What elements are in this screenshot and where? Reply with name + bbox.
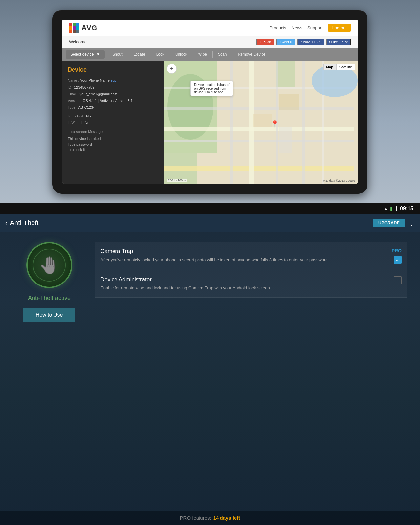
wifi-icon: ▲ [384,206,388,211]
version-label: Version : [68,99,83,103]
name-value: Your Phone Name [80,78,110,82]
svg-rect-18 [230,61,233,184]
back-button[interactable]: ‹ [5,219,8,227]
id-value: 1234567a89 [74,85,94,89]
map-nav-control[interactable]: + [167,64,177,74]
svg-rect-6 [69,30,72,33]
camera-trap-checkbox[interactable]: ✓ [394,256,402,264]
toolbar-divider-3 [151,51,151,58]
device-title: Device [68,66,159,73]
avg-header: AVG Products News Support Log out [62,20,358,36]
scan-button[interactable]: Scan [215,51,230,58]
svg-rect-2 [76,23,79,26]
name-edit-link[interactable]: edit [111,79,116,82]
android-section: ▲ ▮ ▐ 09:15 ‹ Anti-Theft UPGRADE ⋮ 🤚 Ant… [0,203,420,525]
locked-row: Is Locked : No [68,114,159,119]
avg-nav: Products News Support Log out [269,24,351,32]
toolbar-divider-7 [232,51,232,58]
name-label: Name : [68,78,80,82]
lock-msg-line3: to unlock it [68,147,159,153]
anti-theft-icon: 🤚 [26,242,72,288]
lock-msg: This device is locked Type password to u… [68,136,159,153]
version-value: OS 4.1.1 | Antivirus Version 3.1 [83,99,133,103]
anti-theft-status: Anti-Theft active [28,295,71,302]
tweet-button[interactable]: Tweet 0 [276,39,295,45]
signal-icon: ▐ [395,206,398,211]
unlock-button[interactable]: Unlock [172,51,191,58]
pro-bar-text: PRO features: [180,515,211,521]
gplus-label: +1 [259,40,263,44]
how-to-use-button[interactable]: How to Use [23,308,75,322]
locate-button[interactable]: Locate [130,51,149,58]
device-version-row: Version : OS 4.1.1 | Antivirus Version 3… [68,98,159,104]
wipe-button[interactable]: Wipe [195,51,210,58]
avg-content: Device Name : Your Phone Name edit ID : … [62,61,358,184]
svg-rect-5 [76,26,79,30]
svg-rect-25 [279,94,299,110]
map-tooltip-text: Device location is based on GPS received… [194,83,229,94]
like-label: Like [331,40,338,44]
svg-rect-1 [73,23,76,26]
share-label: Share [301,40,310,44]
wiped-row: Is Wiped : No [68,120,159,126]
nav-products[interactable]: Products [269,25,286,30]
map-panel: Map Satellite + Device location is based… [164,61,358,184]
toolbar-divider-2 [128,51,128,58]
like-icon: f [329,40,330,44]
status-time: 09:15 [400,206,413,212]
chevron-down-icon: ▼ [96,52,100,57]
lock-msg-line1: This device is locked [68,136,159,142]
svg-rect-4 [73,26,76,30]
map-controls: Map Satellite [323,64,355,70]
hand-stop-icon: 🤚 [39,255,60,275]
device-admin-controls [394,276,402,284]
share-button[interactable]: Share 17.2K [297,39,324,45]
upgrade-button[interactable]: UPGRADE [373,219,405,227]
device-admin-desc: Enable for remote wipe and lock and for … [100,285,388,291]
camera-trap-card: Camera Trap After you've remotely locked… [95,242,407,270]
camera-trap-pro-badge: PRO [392,248,402,253]
app-right-panel: Camera Trap After you've remotely locked… [95,242,407,501]
device-id-row: ID : 1234567a89 [68,85,159,90]
select-device-label: Select device [70,52,94,57]
battery-icon: ▮ [390,206,393,211]
nav-news[interactable]: News [292,25,303,30]
gplus-count: 5.3k [264,40,271,44]
id-label: ID : [68,85,74,89]
lock-button[interactable]: Lock [153,51,168,58]
like-count: +7.7k [339,40,348,44]
select-device-button[interactable]: Select device ▼ [66,50,105,59]
map-attribution: Map data ©2013 Google [323,179,355,182]
map-location-pin: 📍 [271,120,279,128]
svg-rect-14 [164,140,354,142]
app-content: 🤚 Anti-Theft active How to Use Camera Tr… [0,232,420,511]
welcome-text: Welcome [69,39,87,44]
wiped-value: No [85,121,89,125]
more-menu-icon[interactable]: ⋮ [408,219,415,227]
svg-rect-21 [302,61,305,184]
type-label: Type : [68,105,78,109]
toolbar-divider-6 [212,51,213,58]
lock-msg-label-row: Lock screen Message : [68,129,159,135]
svg-rect-26 [279,127,292,153]
share-count: 17.2K [311,40,321,44]
locked-label: Is Locked : [68,114,86,118]
map-view-button[interactable]: Map [323,64,336,70]
gplus-button[interactable]: +1 5.3k [256,39,274,45]
like-button[interactable]: f Like +7.7k [326,39,351,45]
svg-rect-8 [76,30,79,33]
camera-trap-text: Camera Trap After you've remotely locked… [100,248,387,263]
app-left-panel: 🤚 Anti-Theft active How to Use [13,242,85,501]
email-label: Email : [68,92,80,96]
device-admin-text: Device Administrator Enable for remote w… [100,276,388,291]
shout-button[interactable]: Shout [109,51,126,58]
nav-support[interactable]: Support [307,25,323,30]
tweet-count: 0 [290,40,292,44]
remove-device-button[interactable]: Remove Device [234,51,269,58]
toolbar-divider-4 [170,51,170,58]
device-panel: Device Name : Your Phone Name edit ID : … [62,61,164,184]
tweet-label: Tweet [280,40,289,44]
device-admin-checkbox[interactable] [394,276,402,284]
logout-button[interactable]: Log out [328,24,351,32]
satellite-view-button[interactable]: Satellite [336,64,355,70]
